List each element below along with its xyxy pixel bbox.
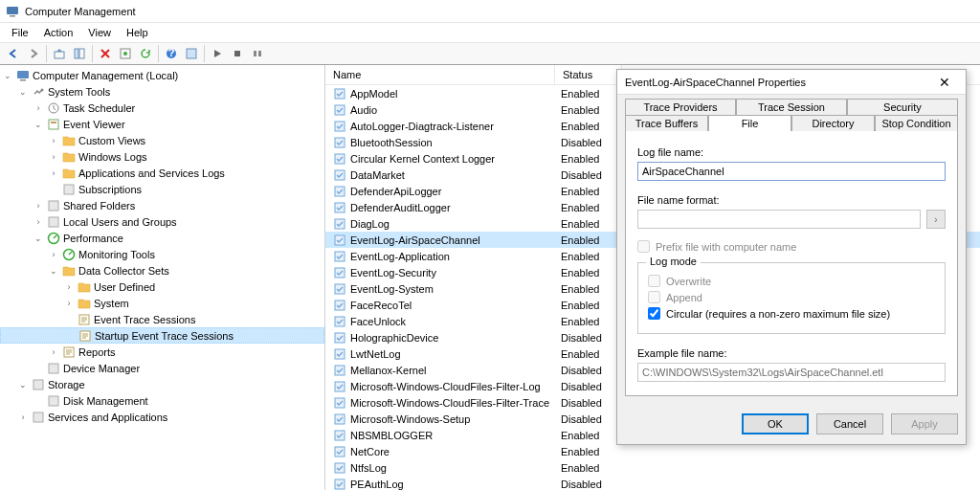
- action-button[interactable]: [116, 44, 135, 63]
- expand-icon[interactable]: ⌄: [48, 266, 59, 276]
- back-button[interactable]: [4, 44, 23, 63]
- up-button[interactable]: [50, 44, 69, 63]
- row-status: Disabled: [555, 365, 622, 376]
- trace-session-icon: [333, 120, 346, 133]
- log-file-name-input[interactable]: [637, 162, 946, 181]
- menu-action[interactable]: Action: [36, 25, 81, 40]
- expand-icon[interactable]: ›: [33, 103, 44, 113]
- tree-system[interactable]: ›System: [0, 295, 324, 311]
- play-button[interactable]: [208, 44, 227, 63]
- circular-checkbox[interactable]: [648, 307, 660, 320]
- menu-file[interactable]: File: [4, 25, 36, 40]
- expand-icon[interactable]: ›: [48, 347, 59, 357]
- svg-rect-29: [49, 396, 58, 406]
- tree-shared-folders[interactable]: ›Shared Folders: [0, 197, 324, 213]
- list-row[interactable]: NtfsLogEnabled: [325, 459, 980, 476]
- tree-system-tools[interactable]: ⌄System Tools: [0, 83, 324, 100]
- row-name: DefenderAuditLogger: [350, 202, 451, 213]
- expand-icon[interactable]: ›: [48, 136, 59, 145]
- tree-storage[interactable]: ⌄Storage: [0, 376, 324, 392]
- tree-pane[interactable]: ⌄Computer Management (Local)⌄System Tool…: [0, 65, 325, 490]
- dialog-titlebar[interactable]: EventLog-AirSpaceChannel Properties ✕: [617, 70, 966, 95]
- tree-item-icon: [32, 411, 45, 424]
- expand-icon[interactable]: ›: [33, 217, 44, 227]
- record-button[interactable]: [248, 44, 267, 63]
- row-name: AppModel: [350, 88, 398, 100]
- row-name: EventLog-Security: [350, 267, 436, 278]
- expand-icon[interactable]: ›: [48, 250, 59, 259]
- append-row[interactable]: Append: [648, 291, 935, 303]
- tree-root[interactable]: ⌄Computer Management (Local): [0, 67, 324, 83]
- stop-button[interactable]: [228, 44, 247, 63]
- show-hide-tree-button[interactable]: [70, 44, 89, 63]
- prefix-checkbox-row[interactable]: Prefix file with computer name: [637, 240, 946, 253]
- col-name[interactable]: Name: [325, 65, 555, 84]
- help-button[interactable]: ?: [162, 44, 181, 63]
- tree-item-label: Computer Management (Local): [33, 70, 178, 81]
- row-status: Enabled: [555, 348, 622, 360]
- expand-icon[interactable]: ›: [48, 152, 59, 162]
- prefix-checkbox[interactable]: [637, 240, 650, 253]
- tree-monitoring-tools[interactable]: ›Monitoring Tools: [0, 246, 324, 262]
- menu-help[interactable]: Help: [119, 25, 156, 40]
- expand-icon[interactable]: ›: [63, 299, 75, 308]
- expand-icon[interactable]: ›: [63, 282, 75, 292]
- expand-icon[interactable]: ›: [48, 168, 59, 178]
- expand-icon[interactable]: ›: [17, 412, 29, 422]
- tab-directory[interactable]: Directory: [791, 115, 875, 131]
- tree-disk-management[interactable]: Disk Management: [0, 392, 324, 409]
- tree-event-viewer[interactable]: ⌄Event Viewer: [0, 116, 324, 132]
- refresh-button[interactable]: [136, 44, 155, 63]
- col-status[interactable]: Status: [555, 65, 622, 84]
- overwrite-checkbox[interactable]: [648, 275, 660, 287]
- ok-button[interactable]: OK: [742, 413, 809, 434]
- expand-icon[interactable]: ⌄: [33, 234, 44, 243]
- tab-file[interactable]: File: [708, 115, 791, 131]
- tree-data-collector-sets[interactable]: ⌄Data Collector Sets: [0, 262, 324, 278]
- tree-app-services-logs[interactable]: ›Applications and Services Logs: [0, 165, 324, 181]
- file-name-format-input[interactable]: [637, 210, 921, 229]
- pane-button[interactable]: [182, 44, 201, 63]
- cancel-button[interactable]: Cancel: [816, 413, 883, 434]
- file-name-format-browse-button[interactable]: ›: [926, 210, 946, 229]
- delete-button[interactable]: [96, 44, 115, 63]
- tree-local-users-groups[interactable]: ›Local Users and Groups: [0, 213, 324, 230]
- tree-windows-logs[interactable]: ›Windows Logs: [0, 148, 324, 165]
- tab-trace-session[interactable]: Trace Session: [736, 99, 847, 115]
- append-checkbox[interactable]: [648, 291, 660, 303]
- tab-trace-providers[interactable]: Trace Providers: [625, 99, 736, 115]
- circular-row[interactable]: Circular (requires a non-zero maximum fi…: [648, 307, 935, 320]
- tree-startup-event-trace-sessions[interactable]: Startup Event Trace Sessions: [0, 327, 324, 344]
- tree-reports[interactable]: ›Reports: [0, 344, 324, 360]
- tree-event-trace-sessions[interactable]: Event Trace Sessions: [0, 311, 324, 327]
- expand-icon[interactable]: ›: [33, 201, 44, 211]
- tree-subscriptions[interactable]: Subscriptions: [0, 181, 324, 197]
- tree-user-defined[interactable]: ›User Defined: [0, 278, 324, 295]
- tree-item-label: Device Manager: [63, 363, 140, 374]
- tree-item-icon: [16, 69, 30, 82]
- tab-stop-condition[interactable]: Stop Condition: [875, 115, 958, 131]
- apply-button[interactable]: Apply: [891, 413, 958, 434]
- menu-view[interactable]: View: [80, 25, 119, 40]
- list-row[interactable]: NetCoreEnabled: [325, 443, 980, 459]
- trace-session-icon: [333, 347, 346, 361]
- tab-trace-buffers[interactable]: Trace Buffers: [625, 115, 708, 131]
- example-file-name-label: Example file name:: [637, 347, 946, 359]
- tree-device-manager[interactable]: Device Manager: [0, 360, 324, 376]
- row-status: Enabled: [555, 88, 622, 100]
- tree-item-icon: [62, 264, 76, 278]
- expand-icon[interactable]: ⌄: [17, 87, 29, 97]
- tree-custom-views[interactable]: ›Custom Views: [0, 132, 324, 148]
- expand-icon[interactable]: ⌄: [33, 120, 44, 129]
- tree-performance[interactable]: ⌄Performance: [0, 230, 324, 246]
- expand-icon[interactable]: ⌄: [17, 380, 29, 390]
- close-icon[interactable]: ✕: [931, 73, 958, 92]
- tab-security[interactable]: Security: [847, 99, 958, 115]
- list-row[interactable]: PEAuthLogDisabled: [325, 476, 980, 490]
- forward-button[interactable]: [24, 44, 43, 63]
- expand-icon[interactable]: ⌄: [2, 71, 13, 80]
- tree-services-apps[interactable]: ›Services and Applications: [0, 409, 324, 425]
- tree-task-scheduler[interactable]: ›Task Scheduler: [0, 100, 324, 116]
- tree-item-label: Event Viewer: [63, 119, 125, 130]
- overwrite-row[interactable]: Overwrite: [648, 275, 935, 287]
